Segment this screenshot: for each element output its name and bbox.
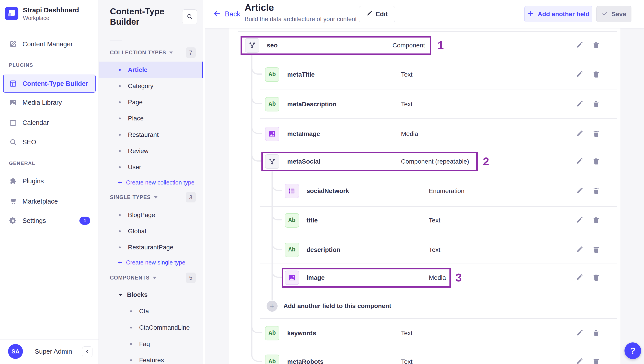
avatar[interactable]: SA (8, 344, 23, 359)
sidebar-item-review[interactable]: Review (99, 143, 203, 159)
user-menu[interactable]: SA Super Admin (0, 340, 99, 364)
cart-icon (9, 197, 17, 205)
field-name: metaSocial (287, 152, 320, 171)
sidebar-item-settings[interactable]: Settings (9, 214, 46, 227)
sidebar-item-content-manager[interactable]: Content Manager (9, 37, 73, 51)
delete-field-button[interactable] (592, 246, 600, 254)
sidebar-item-user[interactable]: User (99, 159, 203, 175)
workspace-name: Workplace (23, 15, 49, 21)
search-button[interactable] (182, 10, 197, 24)
edit-field-button[interactable] (576, 246, 584, 254)
text-field-icon: Ab (285, 243, 299, 257)
edit-field-button[interactable] (576, 71, 584, 79)
row-divider (260, 348, 616, 348)
sidebar-item-content-type-builder[interactable]: Content-Type Builder (9, 77, 88, 90)
edit-button[interactable]: Edit (359, 6, 395, 22)
create-new-link[interactable]: +Create new collection type (118, 179, 194, 186)
section-header-components[interactable]: COMPONENTS (110, 275, 156, 281)
sidebar-item-marketplace[interactable]: Marketplace (9, 195, 58, 208)
page-title: Article (244, 2, 274, 13)
sidebar-item-cta[interactable]: Cta (99, 303, 203, 319)
delete-field-button[interactable] (592, 187, 600, 195)
field-type: Text (401, 65, 412, 84)
sidebar-item-restaurantpage[interactable]: RestaurantPage (99, 239, 203, 256)
bullet-icon (119, 134, 121, 136)
section-header-collection-types[interactable]: COLLECTION TYPES (110, 50, 173, 56)
row-divider (260, 148, 616, 148)
edit-field-button[interactable] (576, 130, 584, 138)
sidebar-item-calendar[interactable]: Calendar (9, 116, 49, 129)
field-row-image: imageMedia (229, 269, 620, 287)
sidebar-item-place[interactable]: Place (99, 110, 203, 127)
section-header-single-types[interactable]: SINGLE TYPES (110, 194, 158, 201)
add-another-field-button[interactable]: Add another field (524, 6, 592, 22)
bullet-icon (119, 117, 121, 119)
row-divider (260, 206, 616, 207)
text-field-icon: Ab (265, 354, 279, 364)
back-button[interactable]: Back (213, 0, 240, 28)
edit-field-button[interactable] (576, 187, 584, 195)
edit-field-button[interactable] (576, 157, 584, 165)
field-name: metaRobots (287, 352, 324, 364)
plus-icon: + (118, 179, 122, 186)
sidebar-item-article[interactable]: Article (99, 62, 203, 78)
field-name: description (306, 241, 340, 259)
field-type: Component (repeatable) (401, 152, 469, 171)
delete-field-button[interactable] (592, 100, 600, 108)
bullet-icon (119, 166, 121, 168)
create-new-link[interactable]: +Create new single type (118, 259, 185, 266)
annotation-number-3: 3 (456, 268, 462, 288)
sidebar-item-label: Settings (22, 217, 46, 225)
sidebar-item-global[interactable]: Global (99, 223, 203, 240)
field-type: Text (401, 352, 412, 364)
save-button[interactable]: Save (596, 6, 632, 22)
edit-label: Edit (376, 11, 388, 18)
field-name: metaImage (287, 125, 320, 143)
scrollbar-gutter[interactable] (203, 0, 205, 364)
enumeration-field-icon (285, 184, 299, 198)
item-label: Place (128, 115, 144, 122)
delete-field-button[interactable] (592, 157, 600, 165)
sidebar-item-media-library[interactable]: Media Library (9, 96, 62, 109)
field-row-metaRobots: AbmetaRobotsText (229, 352, 620, 364)
calendar-icon (9, 119, 17, 127)
sidebar-item-plugins[interactable]: Plugins (9, 174, 44, 188)
sidebar-item-blogpage[interactable]: BlogPage (99, 207, 203, 223)
app-title: Strapi Dashboard (23, 6, 79, 14)
edit-field-button[interactable] (576, 41, 584, 49)
edit-field-button[interactable] (576, 329, 584, 337)
sidebar-item-label: Plugins (22, 177, 44, 185)
row-divider (260, 264, 616, 264)
edit-field-button[interactable] (576, 274, 584, 282)
add-field-label: Add another field (538, 11, 589, 18)
delete-field-button[interactable] (592, 41, 600, 49)
sidebar-item-features[interactable]: Features (99, 352, 203, 364)
edit-field-button[interactable] (576, 358, 584, 364)
sidebar-item-page[interactable]: Page (99, 94, 203, 111)
item-label: User (128, 163, 141, 171)
sidebar-item-faq[interactable]: Faq (99, 336, 203, 352)
help-button[interactable]: ? (624, 342, 641, 359)
add-field-to-component-label: Add another field to this component (284, 297, 391, 315)
group-label: Blocks (127, 291, 148, 298)
sidebar-item-ctacommandline[interactable]: CtaCommandLine (99, 319, 203, 336)
edit-field-button[interactable] (576, 100, 584, 108)
section-count-badge: 7 (186, 47, 196, 58)
component-category-blocks[interactable]: Blocks (118, 291, 148, 298)
item-label: Global (128, 228, 146, 235)
edit-field-button[interactable] (576, 216, 584, 225)
sidebar-item-restaurant[interactable]: Restaurant (99, 126, 203, 143)
delete-field-button[interactable] (592, 358, 600, 364)
delete-field-button[interactable] (592, 71, 600, 79)
sidebar-item-seo[interactable]: SEO (9, 135, 36, 149)
plus-circle-button[interactable]: + (266, 301, 278, 312)
item-label: Features (139, 356, 164, 364)
delete-field-button[interactable] (592, 274, 600, 282)
sidebar-item-category[interactable]: Category (99, 78, 203, 94)
add-field-to-component-row[interactable]: +Add another field to this component (229, 297, 620, 315)
search-icon (9, 138, 17, 146)
delete-field-button[interactable] (592, 130, 600, 138)
collapse-sidebar-button[interactable] (82, 346, 92, 357)
delete-field-button[interactable] (592, 216, 600, 225)
delete-field-button[interactable] (592, 329, 600, 337)
